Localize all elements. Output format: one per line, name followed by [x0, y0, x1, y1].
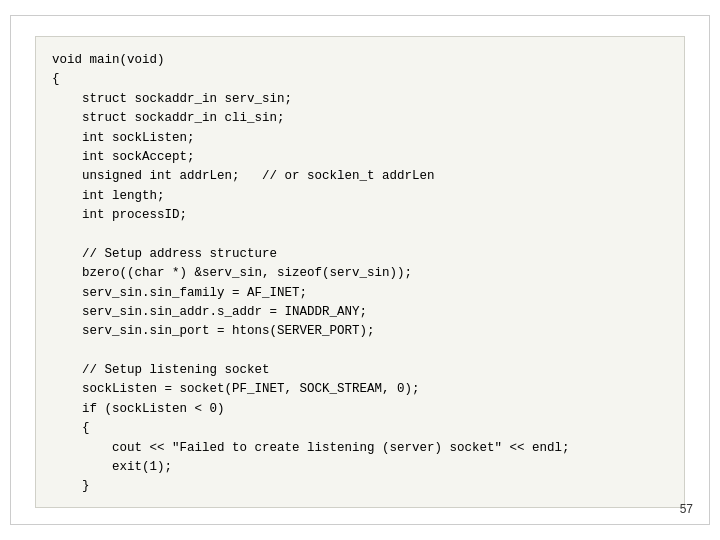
page-number: 57 — [680, 502, 693, 516]
slide-container: void main(void) { struct sockaddr_in ser… — [10, 15, 710, 525]
code-block: void main(void) { struct sockaddr_in ser… — [35, 36, 685, 508]
code-content: void main(void) { struct sockaddr_in ser… — [52, 51, 668, 497]
